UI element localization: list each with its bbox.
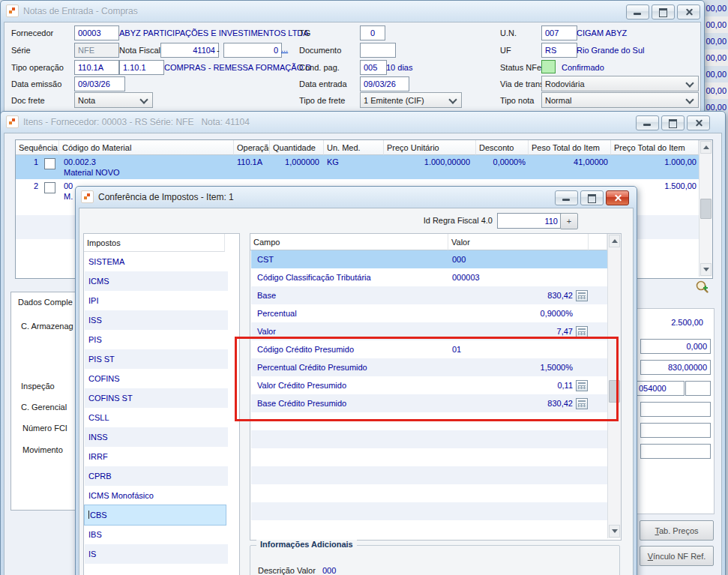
imposto-item-sistema[interactable]: SISTEMA (85, 252, 228, 271)
right-field-4[interactable] (685, 381, 711, 396)
fornecedor-code-field[interactable]: 00003 (74, 25, 119, 40)
campo-row-valor-credito[interactable]: Valor Crédito Presumido 0,11 (251, 376, 607, 394)
minimize-button[interactable] (636, 115, 659, 130)
campo-row-codigo-credito[interactable]: Código Crédito Presumido 01 (251, 340, 607, 358)
right-field-2[interactable]: 830,00000 (640, 360, 711, 375)
campo-column-header[interactable]: Campo (250, 234, 448, 250)
imposto-item-is[interactable]: IS (85, 544, 228, 564)
notas-titlebar[interactable]: Notas de Entrada - Compras (1, 1, 704, 21)
data-emissao-field[interactable]: 09/03/26 (74, 76, 125, 91)
data-entrada-field[interactable]: 09/03/26 (360, 76, 409, 91)
cond-pag-field[interactable]: 005 (360, 60, 387, 75)
imposto-item-icms[interactable]: ICMS (85, 271, 228, 291)
scroll-up-button[interactable] (700, 141, 712, 154)
serie-label: Série (11, 46, 31, 55)
campo-row-cst[interactable]: CST 000 (251, 250, 607, 268)
documento-field[interactable] (360, 43, 396, 58)
scroll-down-button[interactable] (700, 263, 712, 276)
un-code-field[interactable]: 007 (541, 25, 577, 40)
tipo-nota-dropdown[interactable]: Normal (541, 92, 699, 108)
id-regra-fiscal-field[interactable]: 110 (497, 213, 562, 229)
dialog-titlebar[interactable]: Conferência de Impostos - Item: 1 (76, 187, 637, 207)
column-header-quantidade[interactable]: Quantidade (270, 140, 324, 155)
row-checkbox[interactable] (44, 158, 55, 169)
zoom-add-icon[interactable] (695, 280, 709, 294)
campo-table-scrollbar[interactable] (607, 234, 621, 538)
column-header-desconto[interactable]: Desconto (476, 140, 529, 155)
imposto-item-cbs-selected[interactable]: CBS (85, 505, 226, 525)
campo-name: Base Crédito Presumido (257, 394, 346, 412)
restore-button[interactable] (580, 190, 604, 205)
column-header-codigo[interactable]: Código do Material (59, 140, 234, 155)
campo-row-percentual[interactable]: Percentual 0,9000% (251, 304, 607, 322)
calculator-icon[interactable] (576, 398, 588, 409)
campo-value: 0,11 (557, 376, 573, 394)
row-checkbox[interactable] (44, 182, 55, 193)
campo-row-valor[interactable]: Valor 7,47 (251, 322, 607, 340)
imposto-item-cofins[interactable]: COFINS (85, 369, 228, 388)
table-row[interactable]: 1 00.002.3 Material NOVO 110.1A 1,000000… (16, 155, 699, 179)
scroll-down-button[interactable] (609, 525, 620, 538)
minimize-button[interactable] (555, 190, 578, 205)
calculator-icon[interactable] (576, 326, 588, 337)
itens-titlebar[interactable]: Itens - Fornecedor: 00003 - RS Série: NF… (1, 112, 725, 132)
imposto-item-pis[interactable]: PIS (85, 330, 228, 349)
imposto-item-csll[interactable]: CSLL (85, 408, 228, 427)
via-transporte-dropdown[interactable]: Rodoviária (541, 76, 699, 91)
nota-fiscal-field[interactable]: 41104 (160, 43, 219, 58)
restore-button[interactable] (652, 4, 675, 19)
imposto-item-icms-monofasico[interactable]: ICMS Monofásico (85, 486, 228, 505)
column-header-un-med[interactable]: Un. Med. (324, 140, 384, 155)
close-button[interactable] (677, 4, 700, 19)
imposto-item-cofins-st[interactable]: COFINS ST (85, 388, 228, 408)
close-button[interactable] (606, 190, 629, 205)
tipo-operacao-code-field[interactable]: 110.1A (74, 60, 119, 75)
calculator-icon[interactable] (576, 290, 588, 301)
imposto-item-iss[interactable]: ISS (85, 310, 228, 330)
nota-fiscal-more-link[interactable]: ... (281, 44, 288, 53)
serie-field[interactable]: NFE (74, 43, 119, 58)
tipo-operacao-code2-field[interactable]: 1.10.1 (119, 60, 164, 75)
column-header-preco-total[interactable]: Preço Total do Item (611, 140, 699, 155)
imposto-item-cprb[interactable]: CPRB (85, 466, 228, 486)
right-field-3[interactable]: 054000 (636, 381, 685, 396)
calculator-icon[interactable] (576, 380, 588, 391)
campo-row-percentual-credito[interactable]: Percentual Crédito Presumido 1,5000% (251, 358, 607, 376)
column-header-sequencia[interactable]: Sequência (16, 140, 59, 155)
imposto-item-irrf[interactable]: IRRF (85, 447, 228, 466)
scrollbar-thumb[interactable] (700, 199, 712, 219)
scroll-up-button[interactable] (609, 235, 620, 247)
imposto-item-ibs[interactable]: IBS (85, 525, 228, 544)
add-regra-button[interactable]: + (560, 213, 578, 229)
minimize-button[interactable] (626, 4, 649, 19)
minimize-icon (634, 13, 641, 15)
uf-name: Rio Grande do Sul (577, 46, 645, 55)
campo-row-base[interactable]: Base 830,42 (251, 286, 607, 304)
right-field-6[interactable] (640, 423, 711, 438)
campo-row-classificacao[interactable]: Código Classificação Tributária 000003 (251, 268, 607, 286)
right-field-1[interactable]: 0,000 (640, 339, 711, 354)
notas-window-title: Notas de Entrada - Compras (23, 6, 138, 16)
tab-precos-button[interactable]: Tab. Preços (640, 520, 714, 541)
column-header-preco-unitario[interactable]: Preço Unitário (384, 140, 476, 155)
tipo-frete-dropdown[interactable]: 1 Emitente (CIF) (360, 92, 462, 108)
uf-field[interactable]: RS (541, 43, 577, 58)
imposto-item-inss[interactable]: INSS (85, 427, 228, 447)
imposto-item-ipi[interactable]: IPI (85, 291, 228, 310)
vinculo-nf-ref-button[interactable]: Vínculo NF Ref. (640, 546, 714, 566)
close-button[interactable] (687, 115, 710, 130)
right-field-7[interactable] (640, 444, 711, 459)
column-header-peso-total[interactable]: Peso Total do Item (529, 140, 611, 155)
imposto-item-pis-st[interactable]: PIS ST (85, 349, 228, 369)
tg-field[interactable]: 0 (360, 25, 385, 40)
doc-frete-dropdown[interactable]: Nota (74, 92, 153, 108)
column-header-operacao[interactable]: Operação (234, 140, 270, 155)
scrollbar-thumb[interactable] (609, 380, 620, 403)
itens-table-scrollbar[interactable] (699, 140, 712, 277)
impostos-header[interactable]: Impostos (84, 234, 225, 252)
valor-column-header[interactable]: Valor (448, 234, 589, 250)
right-field-5[interactable] (640, 402, 711, 417)
campo-row-base-credito[interactable]: Base Crédito Presumido 830,42 (251, 394, 607, 412)
nota-fiscal-sub-field[interactable]: 0 (223, 43, 282, 58)
restore-button[interactable] (661, 115, 685, 130)
